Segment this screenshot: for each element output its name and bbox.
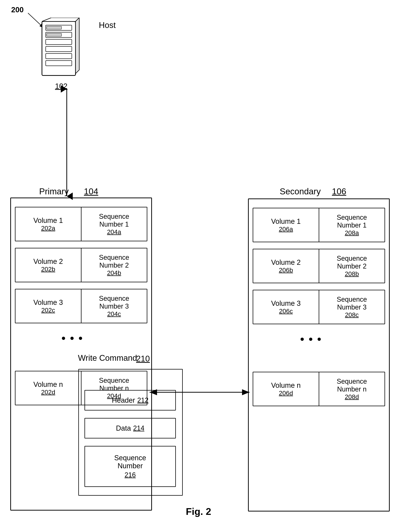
secondary-seqn-label: SequenceNumber n [337,378,367,393]
svg-rect-8 [47,33,62,36]
secondary-vol3-id: 206c [279,308,293,315]
primary-seq1-id: 204a [107,228,121,236]
secondary-box [248,199,390,512]
write-cmd-seq-id: 216 [124,471,136,479]
secondary-vol3-box: Volume 3 206c [253,290,319,324]
primary-vol1-box: Volume 1 202a [15,207,81,241]
svg-rect-11 [46,54,72,59]
secondary-dots: • • • [300,332,322,345]
primary-seq1-box: SequenceNumber 1 204a [81,207,147,241]
diagram: 200 Host 102 [0,0,397,532]
primary-title: Primary [39,186,69,196]
secondary-seq2-box: SequenceNumber 2 208b [319,249,385,283]
secondary-vol2-label: Volume 2 [271,259,301,266]
header-label: Header [112,396,135,404]
secondary-vol1-box: Volume 1 206a [253,208,319,242]
primary-vol3-id: 202c [41,307,55,314]
secondary-seq1-label: SequenceNumber 1 [337,214,367,229]
secondary-vol2-box: Volume 2 206b [253,249,319,283]
primary-seq2-box: SequenceNumber 2 204b [81,248,147,282]
data-id: 214 [133,424,144,432]
secondary-pair-3: Volume 3 206c SequenceNumber 3 208c [253,290,385,324]
primary-pair-1: Volume 1 202a SequenceNumber 1 204a [15,207,147,241]
svg-rect-10 [46,46,72,52]
primary-dots: • • • [62,332,83,345]
secondary-vol3-label: Volume 3 [271,299,301,308]
write-cmd-title: Write Command [78,353,137,363]
primary-seq3-label: SequenceNumber 3 [99,295,129,310]
primary-voln-label: Volume n [33,381,63,388]
svg-marker-4 [75,18,79,74]
write-cmd-title-text: Write Command [78,353,137,363]
write-command-box: Header 212 Data 214 SequenceNumber 216 [78,369,183,496]
primary-vol3-box: Volume 3 202c [15,289,81,323]
primary-voln-box: Volume n 202d [15,371,81,405]
primary-vol2-label: Volume 2 [33,258,63,266]
secondary-vol2-id: 206b [279,266,293,274]
primary-vol1-id: 202a [41,224,55,232]
secondary-vol1-id: 206a [279,225,293,233]
primary-pair-2: Volume 2 202b SequenceNumber 2 204b [15,248,147,282]
secondary-seqn-box: SequenceNumber n 208d [319,372,385,406]
primary-secondary-arrow [147,388,252,396]
primary-vol2-box: Volume 2 202b [15,248,81,282]
primary-pair-3: Volume 3 202c SequenceNumber 3 204c [15,289,147,323]
primary-vol1-label: Volume 1 [33,217,63,224]
secondary-seq1-id: 208a [345,229,359,236]
secondary-voln-id: 206d [279,389,293,397]
secondary-seq3-id: 208c [345,311,359,318]
write-cmd-id: 210 [136,354,150,363]
primary-seq2-id: 204b [107,269,121,277]
write-cmd-seq-box: SequenceNumber 216 [85,446,176,487]
write-cmd-seq-label: SequenceNumber [114,454,146,470]
svg-marker-3 [42,18,79,21]
secondary-voln-box: Volume n 206d [253,372,319,406]
secondary-vol1-label: Volume 1 [271,218,301,225]
primary-seq2-label: SequenceNumber 2 [99,254,129,269]
primary-vol2-id: 202b [41,266,55,273]
secondary-seq1-box: SequenceNumber 1 208a [319,208,385,242]
data-label: Data [116,424,131,432]
write-cmd-data-box: Data 214 [85,418,176,438]
header-id: 212 [137,396,149,404]
host-server-icon [36,18,85,81]
primary-vol3-label: Volume 3 [33,298,63,307]
secondary-title: Secondary [280,186,321,196]
primary-id: 104 [84,186,98,196]
secondary-seq3-label: SequenceNumber 3 [337,296,367,311]
secondary-pair-2: Volume 2 206b SequenceNumber 2 208b [253,249,385,283]
svg-rect-12 [46,60,72,66]
primary-seq3-id: 204c [107,310,121,318]
secondary-pair-n: Volume n 206d SequenceNumber n 208d [253,372,385,406]
secondary-seq3-box: SequenceNumber 3 208c [319,290,385,324]
secondary-seq2-id: 208b [345,270,359,278]
primary-seq3-box: SequenceNumber 3 204c [81,289,147,323]
primary-voln-id: 202d [41,388,55,396]
secondary-voln-label: Volume n [271,381,301,389]
secondary-id: 106 [332,186,346,196]
primary-seq1-label: SequenceNumber 1 [99,213,129,228]
secondary-seqn-id: 208d [345,393,359,400]
svg-rect-9 [46,39,72,45]
fig-label: Fig. 2 [186,506,211,517]
host-label: Host [99,20,116,30]
secondary-seq2-label: SequenceNumber 2 [337,254,367,270]
secondary-pair-1: Volume 1 206a SequenceNumber 1 208a [253,208,385,242]
svg-rect-6 [47,26,62,29]
host-primary-arrow [59,85,74,200]
